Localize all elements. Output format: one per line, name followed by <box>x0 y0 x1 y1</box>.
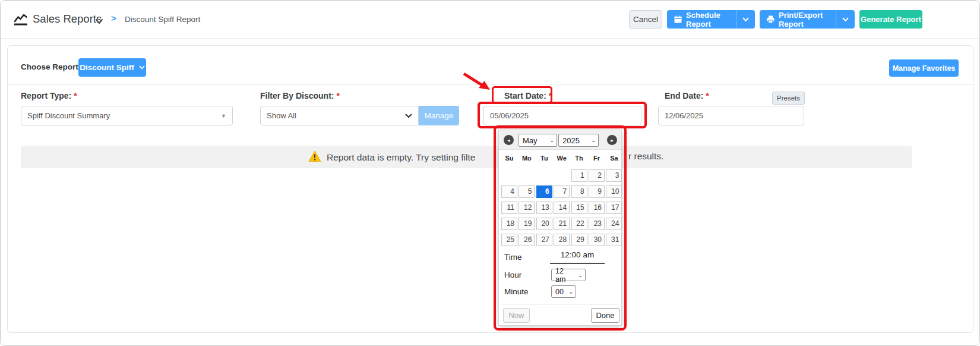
required-asterisk: * <box>706 91 709 100</box>
hour-value: 12 am <box>555 267 576 284</box>
day-cell[interactable]: 5 <box>519 185 535 198</box>
required-asterisk: * <box>74 91 77 100</box>
schedule-report-label: Schedule Report <box>686 11 736 29</box>
annotation-arrow-icon <box>460 71 495 97</box>
prev-month-button[interactable]: ◂ <box>504 135 514 145</box>
day-cell[interactable]: 30 <box>589 234 605 246</box>
day-cell[interactable]: 10 <box>606 185 622 198</box>
time-input[interactable]: 12:00 am <box>550 250 605 264</box>
minute-select[interactable]: 00 ⌄ <box>551 285 576 298</box>
day-cell[interactable]: 19 <box>519 218 535 230</box>
year-select[interactable]: 2025 ⌄ <box>558 134 599 147</box>
required-asterisk: * <box>336 91 339 100</box>
manage-favorites-button[interactable]: Manage Favorites <box>889 59 959 77</box>
day-cell[interactable]: 22 <box>571 218 587 230</box>
empty-message-left: Report data is empty. Try setting filte <box>327 152 475 163</box>
cancel-button[interactable]: Cancel <box>629 10 662 29</box>
day-cell[interactable]: 23 <box>589 218 605 230</box>
day-cell[interactable]: 31 <box>606 234 622 246</box>
year-value: 2025 <box>562 136 580 145</box>
day-cell[interactable]: 21 <box>554 218 570 230</box>
day-cell[interactable]: 29 <box>571 234 587 246</box>
day-cell[interactable]: 20 <box>536 218 552 230</box>
print-export-label: Print/Export Report <box>779 11 836 29</box>
manage-discounts-button[interactable]: Manage <box>419 106 459 125</box>
end-date-input[interactable] <box>658 106 804 125</box>
report-type-label: Report Type:* <box>21 91 77 100</box>
day-cell[interactable]: 17 <box>606 202 622 214</box>
top-header: Sales Reports > Discount Spiff Report Ca… <box>1 1 979 39</box>
done-button[interactable]: Done <box>591 308 619 323</box>
month-value: May <box>523 136 538 145</box>
end-date-label: End Date:* <box>665 91 709 100</box>
weekday-label: Mo <box>519 155 535 162</box>
breadcrumb-current: Discount Spiff Report <box>125 15 200 24</box>
start-date-label: Start Date:* <box>504 91 552 100</box>
filter-discount-select[interactable]: Show All <box>260 106 419 125</box>
report-selector-label: Discount Spiff <box>80 63 134 72</box>
hour-label: Hour <box>504 270 521 279</box>
day-cell[interactable]: 16 <box>589 202 605 214</box>
day-cell[interactable]: 9 <box>589 185 605 198</box>
chevron-down-icon: ⌄ <box>591 137 596 143</box>
day-cell[interactable]: 4 <box>501 185 517 198</box>
datepicker-footer-divider <box>502 304 618 304</box>
now-button[interactable]: Now <box>503 308 530 323</box>
presets-button[interactable]: Presets <box>772 92 805 105</box>
day-cell[interactable]: 2 <box>589 169 605 182</box>
day-cell[interactable]: 26 <box>519 234 535 246</box>
empty-report-message-bar: Report data is empty. Try setting filte … <box>21 146 912 168</box>
weekday-label: Tu <box>536 155 552 162</box>
weekday-label: Sa <box>606 155 622 162</box>
page-title: Sales Reports <box>33 12 102 26</box>
day-cell[interactable]: 28 <box>554 234 570 246</box>
day-cell[interactable]: 7 <box>554 185 570 198</box>
day-cell[interactable]: 24 <box>606 218 622 230</box>
required-asterisk: * <box>549 91 552 100</box>
weekday-label: Fr <box>589 155 605 162</box>
line-chart-icon <box>14 13 28 28</box>
report-type-select[interactable]: Spiff Discount Summary ▼ <box>21 106 233 125</box>
day-cell[interactable]: 14 <box>554 202 570 214</box>
datepicker-popup: ◂ May ⌄ 2025 ⌄ ▸ SuMoTuWeThFrSa 12345678… <box>498 130 622 326</box>
choose-report-label: Choose Report <box>21 62 78 71</box>
day-cell[interactable]: 12 <box>519 202 535 214</box>
day-cell-selected[interactable]: 6 <box>536 185 552 198</box>
empty-message-right: r results. <box>628 151 663 162</box>
report-selector-button[interactable]: Discount Spiff <box>78 58 146 77</box>
minute-value: 00 <box>555 288 564 296</box>
month-select[interactable]: May ⌄ <box>519 134 557 147</box>
datepicker-header: ◂ May ⌄ 2025 ⌄ ▸ <box>499 130 621 150</box>
start-date-input[interactable] <box>483 106 641 125</box>
filter-discount-label: Filter By Discount:* <box>260 91 340 100</box>
schedule-dropdown-toggle[interactable] <box>736 10 755 29</box>
report-type-value: Spiff Discount Summary <box>27 111 110 120</box>
day-cell[interactable]: 3 <box>606 169 622 182</box>
day-cell-empty <box>519 169 535 182</box>
day-cell[interactable]: 13 <box>536 202 552 214</box>
print-export-button[interactable]: Print/Export Report <box>760 10 855 29</box>
weekday-row: SuMoTuWeThFrSa <box>499 155 621 164</box>
weekday-label: We <box>554 155 570 162</box>
next-month-button[interactable]: ▸ <box>607 135 617 145</box>
day-cell[interactable]: 27 <box>536 234 552 246</box>
select-arrow-icon: ▼ <box>221 113 226 119</box>
chevron-down-icon <box>139 65 145 70</box>
day-cell[interactable]: 1 <box>571 169 587 182</box>
chevron-down-icon[interactable] <box>95 16 103 27</box>
day-cell[interactable]: 25 <box>501 234 517 246</box>
print-export-dropdown-toggle[interactable] <box>836 10 855 29</box>
calendar-icon <box>674 15 682 23</box>
day-cell[interactable]: 18 <box>501 218 517 230</box>
day-cell[interactable]: 11 <box>501 202 517 214</box>
hour-select[interactable]: 12 am ⌄ <box>551 269 586 281</box>
chevron-down-icon <box>405 111 412 120</box>
warning-icon <box>308 150 321 165</box>
day-cell-empty <box>536 169 552 182</box>
schedule-report-button[interactable]: Schedule Report <box>667 10 755 29</box>
day-cell[interactable]: 15 <box>571 202 587 214</box>
day-cell-empty <box>554 169 570 182</box>
day-cell[interactable]: 8 <box>571 185 587 198</box>
chevron-down-icon: ⌄ <box>568 289 573 295</box>
generate-report-button[interactable]: Generate Report <box>859 10 922 29</box>
